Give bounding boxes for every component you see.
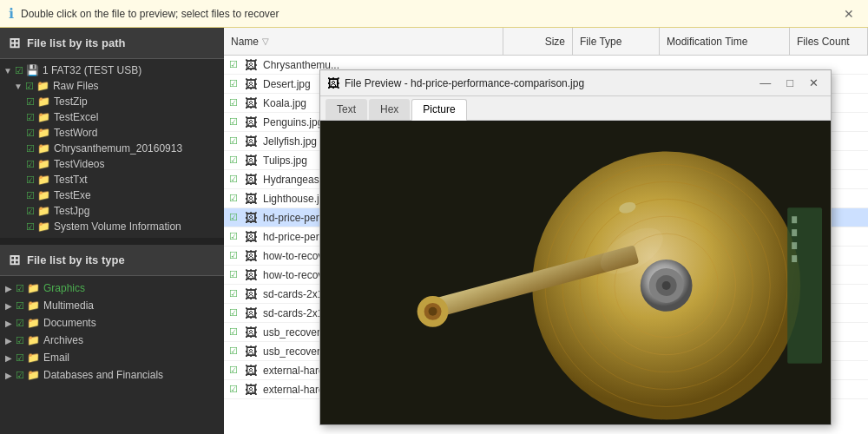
tree-item-testexe[interactable]: ☑ 📁 TestExe <box>0 187 224 203</box>
file-type-icon: 🖼 <box>245 230 257 244</box>
file-checkbox[interactable]: ☑ <box>229 288 238 299</box>
tab-picture[interactable]: Picture <box>411 99 466 121</box>
type-item-archives[interactable]: ▶ ☑ 📁 Archives <box>0 332 224 349</box>
sort-icon-name: ▽ <box>262 36 269 46</box>
checkbox-databases[interactable]: ☑ <box>16 370 24 381</box>
file-name-label: Koala.jpg <box>263 97 306 109</box>
info-bar: ℹ Double click on the file to preview; s… <box>0 0 868 28</box>
label-graphics: Graphics <box>43 282 85 294</box>
file-name-label: Penguins.jpg <box>263 116 323 128</box>
type-item-email[interactable]: ▶ ☑ 📁 Email <box>0 349 224 366</box>
tree-item-testword[interactable]: ☑ 📁 TestWord <box>0 125 224 141</box>
file-checkbox[interactable]: ☑ <box>229 250 238 261</box>
file-name-label: Desert.jpg <box>263 78 311 90</box>
checkbox-testexe[interactable]: ☑ <box>26 190 35 201</box>
label-chrysanthemum: Chrysanthemum_20160913 <box>54 142 182 155</box>
file-checkbox[interactable]: ☑ <box>229 326 238 338</box>
checkbox-graphics[interactable]: ☑ <box>16 283 24 294</box>
path-section-icon: ⊞ <box>9 35 20 51</box>
file-checkbox[interactable]: ☑ <box>229 307 238 319</box>
tree-item-testexcel[interactable]: ☑ 📁 TestExcel <box>0 109 224 125</box>
checkbox-archives[interactable]: ☑ <box>16 335 24 346</box>
file-checkbox[interactable]: ☑ <box>229 116 238 128</box>
checkbox-fat32[interactable]: ☑ <box>15 65 23 76</box>
tree-item-sysvolinfo[interactable]: ☑ 📁 System Volume Information <box>0 219 224 234</box>
file-checkbox[interactable]: ☑ <box>229 174 238 185</box>
sidebar-path-header[interactable]: ⊞ File list by its path <box>0 28 224 59</box>
label-multimedia: Multimedia <box>43 299 94 312</box>
sidebar-type-header[interactable]: ⊞ File list by its type <box>0 245 224 276</box>
checkbox-email[interactable]: ☑ <box>16 352 24 364</box>
file-checkbox[interactable]: ☑ <box>229 135 238 147</box>
file-checkbox[interactable]: ☑ <box>229 345 238 357</box>
checkbox-multimedia[interactable]: ☑ <box>16 300 24 312</box>
type-item-documents[interactable]: ▶ ☑ 📁 Documents <box>0 314 224 332</box>
file-name-label: Jellyfish.jpg <box>263 135 317 148</box>
file-type-icon: 🖼 <box>245 345 257 358</box>
file-type-icon: 🖼 <box>245 211 257 225</box>
expand-arrow-raw: ▼ <box>14 82 23 91</box>
file-checkbox[interactable]: ☑ <box>229 78 238 89</box>
col-modtime-label: Modification Time <box>667 36 747 48</box>
type-tree: ▶ ☑ 📁 Graphics ▶ ☑ 📁 Multimedia ▶ ☑ 📁 Do… <box>0 276 224 434</box>
label-email: Email <box>43 352 69 364</box>
tree-item-raw-files[interactable]: ▼ ☑ 📁 Raw Files <box>0 78 224 94</box>
tree-item-testzip[interactable]: ☑ 📁 TestZip <box>0 94 224 109</box>
file-checkbox[interactable]: ☑ <box>229 384 238 395</box>
file-type-icon: 🖼 <box>245 58 257 72</box>
file-checkbox[interactable]: ☑ <box>229 193 238 204</box>
type-item-multimedia[interactable]: ▶ ☑ 📁 Multimedia <box>0 297 224 314</box>
hdd-image-svg <box>320 121 831 424</box>
tree-item-testvideos[interactable]: ☑ 📁 TestVideos <box>0 156 224 172</box>
tab-hex[interactable]: Hex <box>369 99 410 120</box>
checkbox-testword[interactable]: ☑ <box>26 128 35 139</box>
file-checkbox[interactable]: ☑ <box>229 365 238 376</box>
preview-tabs: Text Hex Picture <box>320 96 831 121</box>
label-testjpg: TestJpg <box>54 205 89 217</box>
info-close-button[interactable]: ✕ <box>838 5 859 23</box>
type-item-graphics[interactable]: ▶ ☑ 📁 Graphics <box>0 279 224 297</box>
file-type-icon: 🖼 <box>245 287 257 301</box>
checkbox-testzip[interactable]: ☑ <box>26 96 35 108</box>
preview-close-button[interactable]: ✕ <box>804 76 824 90</box>
checkbox-testtxt[interactable]: ☑ <box>26 174 35 186</box>
label-testword: TestWord <box>54 127 97 139</box>
folder-icon-testexe: 📁 <box>37 189 50 201</box>
checkbox-testexcel[interactable]: ☑ <box>26 112 35 123</box>
svg-rect-18 <box>792 229 797 236</box>
tab-text[interactable]: Text <box>326 99 367 120</box>
preview-file-icon: 🖼 <box>327 76 339 90</box>
tree-item-testtxt[interactable]: ☑ 📁 TestTxt <box>0 172 224 187</box>
file-checkbox[interactable]: ☑ <box>229 97 238 108</box>
file-checkbox[interactable]: ☑ <box>229 59 238 70</box>
checkbox-raw[interactable]: ☑ <box>25 81 34 92</box>
folder-icon-databases: 📁 <box>27 369 40 381</box>
folder-icon-testtxt: 📁 <box>37 174 50 186</box>
col-header-name[interactable]: Name ▽ <box>224 28 503 55</box>
col-header-modtime[interactable]: Modification Time <box>660 28 790 55</box>
label-raw-files: Raw Files <box>53 80 99 92</box>
col-header-filescount[interactable]: Files Count <box>790 28 868 55</box>
file-checkbox[interactable]: ☑ <box>229 212 238 223</box>
tree-item-testjpg[interactable]: ☑ 📁 TestJpg <box>0 203 224 219</box>
preview-minimize-button[interactable]: — <box>754 76 776 90</box>
type-item-databases[interactable]: ▶ ☑ 📁 Databases and Financials <box>0 366 224 384</box>
tree-item-fat32[interactable]: ▼ ☑ 💾 1 FAT32 (TEST USB) <box>0 62 224 78</box>
tree-item-chrysanthemum[interactable]: ☑ 📁 Chrysanthemum_20160913 <box>0 141 224 156</box>
col-header-filetype[interactable]: File Type <box>573 28 660 55</box>
col-header-size[interactable]: Size <box>503 28 573 55</box>
checkbox-sysvolinfo[interactable]: ☑ <box>26 221 35 233</box>
folder-icon-raw: 📁 <box>36 80 49 92</box>
preview-maximize-button[interactable]: □ <box>781 76 799 90</box>
folder-icon-sysvolinfo: 📁 <box>37 220 50 233</box>
checkbox-testvideos[interactable]: ☑ <box>26 159 35 170</box>
checkbox-chrysanthemum[interactable]: ☑ <box>26 143 35 155</box>
file-checkbox[interactable]: ☑ <box>229 269 238 280</box>
expand-arrow-databases: ▶ <box>5 371 12 380</box>
folder-icon-graphics: 📁 <box>27 282 40 294</box>
label-testexe: TestExe <box>54 189 91 201</box>
file-checkbox[interactable]: ☑ <box>229 155 238 166</box>
checkbox-testjpg[interactable]: ☑ <box>26 206 35 217</box>
checkbox-documents[interactable]: ☑ <box>16 318 24 329</box>
file-checkbox[interactable]: ☑ <box>229 231 238 242</box>
